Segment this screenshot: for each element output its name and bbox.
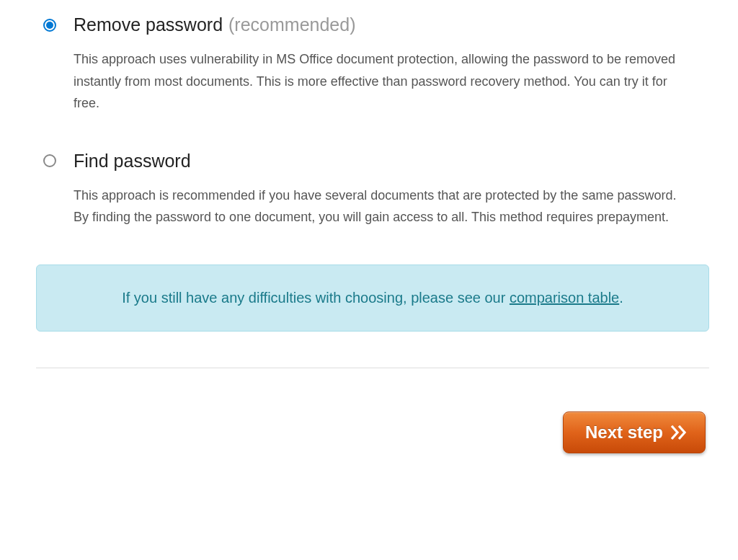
chevron-right-icon	[670, 425, 689, 440]
option-suffix: (recommended)	[228, 14, 355, 35]
divider	[36, 368, 709, 368]
info-box: If you still have any difficulties with …	[36, 265, 709, 332]
info-suffix: .	[619, 290, 623, 306]
info-prefix: If you still have any difficulties with …	[122, 290, 510, 306]
option-find-password: Find password This approach is recommend…	[36, 151, 709, 228]
option-title: Find password	[74, 151, 191, 172]
next-step-button[interactable]: Next step	[563, 412, 706, 453]
comparison-table-link[interactable]: comparison table	[510, 290, 619, 306]
radio-find-password[interactable]	[43, 154, 56, 167]
next-step-label: Next step	[585, 422, 663, 443]
button-row: Next step	[36, 412, 709, 453]
option-title: Remove password	[74, 14, 223, 35]
option-header[interactable]: Find password	[43, 151, 709, 172]
option-description: This approach is recommended if you have…	[74, 185, 693, 228]
option-header[interactable]: Remove password (recommended)	[43, 14, 709, 35]
option-description: This approach uses vulnerability in MS O…	[74, 48, 693, 115]
radio-remove-password[interactable]	[43, 19, 56, 32]
option-remove-password: Remove password (recommended) This appro…	[36, 14, 709, 115]
